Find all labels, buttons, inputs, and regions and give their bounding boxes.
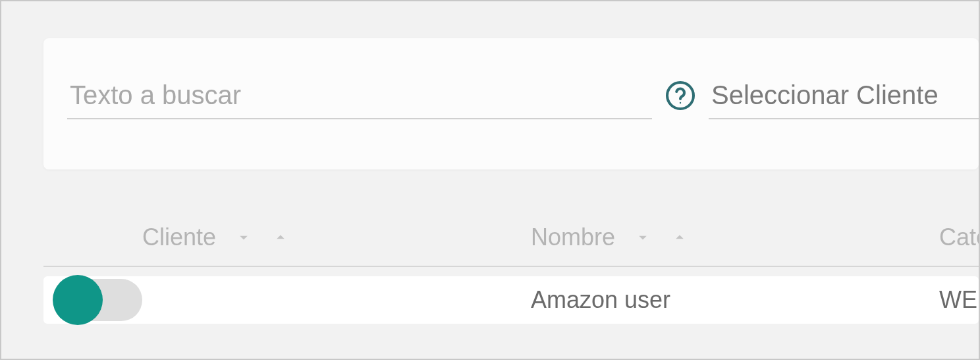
- row-nombre-cell: Amazon user: [531, 286, 939, 314]
- column-label-nombre: Nombre: [531, 224, 615, 251]
- table-area: Cliente Nombre Categoría: [43, 212, 979, 324]
- table-row[interactable]: Amazon user WEB: [43, 276, 979, 324]
- help-icon[interactable]: [664, 79, 697, 112]
- column-header-nombre[interactable]: Nombre: [531, 224, 939, 251]
- search-filter-card: Seleccionar Cliente: [43, 38, 979, 169]
- sort-desc-icon[interactable]: [234, 228, 253, 247]
- row-categoria-cell: WEB: [939, 286, 980, 314]
- column-label-cliente: Cliente: [142, 224, 216, 251]
- client-select-wrap: Seleccionar Cliente: [709, 75, 979, 119]
- page-container: Seleccionar Cliente Cliente Nombre: [1, 1, 979, 359]
- client-select[interactable]: Seleccionar Cliente: [709, 75, 979, 119]
- svg-point-0: [667, 82, 694, 109]
- sort-desc-icon[interactable]: [634, 228, 652, 247]
- table-header: Cliente Nombre Categoría: [43, 212, 979, 267]
- column-header-categoria[interactable]: Categoría: [939, 224, 980, 251]
- search-input-wrap: [67, 75, 652, 119]
- avatar-pill: [55, 279, 142, 321]
- row-avatar-area: [43, 279, 142, 321]
- search-input[interactable]: [67, 75, 652, 119]
- column-header-cliente[interactable]: Cliente: [142, 224, 531, 251]
- column-label-categoria: Categoría: [939, 224, 980, 251]
- avatar: [53, 275, 103, 325]
- sort-asc-icon[interactable]: [271, 228, 290, 247]
- svg-point-1: [680, 102, 681, 103]
- sort-asc-icon[interactable]: [670, 228, 689, 247]
